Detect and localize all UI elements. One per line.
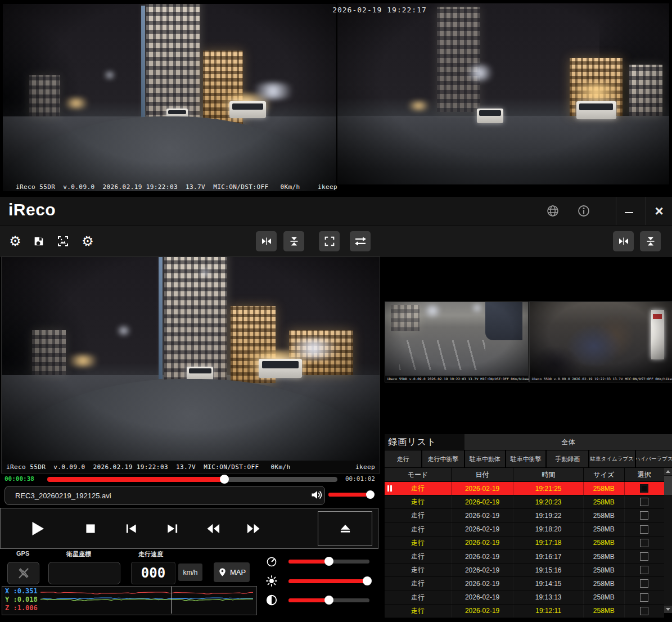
gsensor-lines [2, 587, 255, 614]
table-row[interactable]: 走行2026-02-1919:18:20258MB [385, 523, 664, 537]
gps-label: GPS [16, 550, 29, 557]
scroll-up-arrow[interactable] [664, 468, 672, 475]
table-body: 走行2026-02-1919:21:25258MB走行2026-02-1919:… [385, 482, 664, 618]
col-select[interactable]: 選択 [625, 468, 664, 481]
slider-thumb[interactable] [363, 576, 372, 585]
playback-speed-slider[interactable] [288, 560, 369, 564]
seek-bar[interactable] [47, 477, 337, 482]
col-size[interactable]: サイズ [584, 468, 624, 481]
gsensor-graph: X :0.351 Y :0.018 Z :1.006 [2, 586, 257, 615]
front-camera-frame [3, 4, 336, 191]
flip-horizontal-right-button[interactable] [613, 231, 634, 251]
video-osd-text: iReco 55DR v.0.09.0 2026.02.19 19:22:03 … [2, 461, 380, 473]
scope-tab-all[interactable]: 全体 [464, 434, 672, 450]
settings-gear-icon[interactable]: ⚙ [8, 234, 22, 249]
row-checkbox[interactable] [640, 566, 648, 574]
row-checkbox[interactable] [640, 607, 648, 615]
scroll-down-arrow[interactable] [664, 606, 672, 613]
total-time: 00:01:02 [345, 475, 375, 483]
map-button[interactable]: MAP [214, 562, 250, 582]
rewind-button[interactable] [201, 516, 225, 541]
volume-thumb[interactable] [366, 490, 375, 499]
fullscreen-button[interactable] [319, 231, 340, 251]
col-mode[interactable]: モード [385, 468, 452, 481]
titlebar-divider [616, 197, 616, 225]
eject-button[interactable] [318, 511, 372, 546]
tab-0[interactable]: 走行 [385, 450, 421, 467]
tab-2[interactable]: 駐車中動体 [465, 450, 505, 467]
close-button[interactable]: × [651, 203, 667, 219]
swap-view-button[interactable] [350, 231, 371, 251]
save-icon[interactable] [31, 234, 46, 249]
table-row[interactable]: 走行2026-02-1919:19:22258MB [385, 509, 664, 522]
satellite-coordinate-field[interactable] [48, 562, 120, 584]
table-row[interactable]: 走行2026-02-1919:21:25258MB [385, 482, 664, 495]
tab-4[interactable]: 手動録画 [547, 450, 588, 467]
table-row[interactable]: 走行2026-02-1919:16:17258MB [385, 550, 664, 564]
toolbar: ⚙ ⚙ [0, 225, 672, 257]
volume-fill [328, 493, 371, 497]
row-checkbox[interactable] [640, 511, 648, 520]
tab-3[interactable]: 駐車中衝撃 [506, 450, 545, 467]
contrast-slider[interactable] [288, 598, 369, 602]
brightness-slider[interactable] [288, 579, 369, 583]
playback-speed-icon [265, 556, 278, 568]
front-camera-video [2, 257, 380, 461]
recording-table: モード 日付 時間 サイズ 選択 走行2026-02-1919:21:25258… [385, 468, 664, 618]
speed-unit-button[interactable]: km/h [178, 564, 202, 581]
tab-6[interactable]: ハイパーラプス [636, 450, 672, 467]
table-row[interactable]: 走行2026-02-1919:15:16258MB [385, 564, 664, 577]
tab-5[interactable]: 駐車タイムラプス [589, 450, 635, 467]
titlebar-divider [646, 197, 646, 225]
row-checkbox[interactable] [640, 539, 648, 547]
slider-thumb[interactable] [324, 596, 333, 605]
slider-thumb[interactable] [324, 557, 333, 566]
flip-horizontal-button[interactable] [256, 231, 277, 251]
table-row[interactable]: 走行2026-02-1919:20:23258MB [385, 495, 664, 509]
row-checkbox[interactable] [640, 579, 648, 588]
second-camera-frame [337, 3, 669, 184]
main-video-panel: iReco 55DR v.0.09.0 2026.02.19 19:22:03 … [1, 256, 380, 474]
flip-vertical-button[interactable] [283, 231, 304, 251]
table-scrollbar[interactable] [664, 468, 672, 613]
flip-vertical-right-button[interactable] [640, 231, 661, 251]
fast-forward-button[interactable] [241, 516, 266, 541]
minimize-button[interactable] [621, 205, 637, 220]
stop-button[interactable] [78, 516, 103, 541]
table-row[interactable]: 走行2026-02-1919:17:18258MB [385, 537, 664, 550]
table-row[interactable]: 走行2026-02-1919:14:15258MB [385, 577, 664, 591]
language-globe-icon[interactable] [545, 203, 561, 219]
video-timestamp: 2026-02-19 19:22:17 [312, 6, 447, 14]
volume-slider[interactable] [328, 493, 372, 497]
play-button[interactable] [25, 516, 49, 541]
seek-thumb[interactable] [220, 475, 229, 484]
contrast-icon [265, 594, 278, 606]
row-checkbox[interactable] [640, 498, 648, 506]
row-checkbox[interactable] [640, 484, 648, 493]
tab-1[interactable]: 走行中衝撃 [422, 450, 463, 467]
row-checkbox[interactable] [640, 525, 648, 534]
info-icon[interactable] [576, 203, 592, 219]
screenshot-icon[interactable] [56, 234, 70, 249]
row-checkbox[interactable] [640, 593, 648, 602]
scrollbar-thumb[interactable] [664, 476, 672, 495]
transport-controls [0, 508, 378, 549]
col-time[interactable]: 時間 [513, 468, 584, 481]
volume-icon[interactable] [309, 488, 324, 502]
col-date[interactable]: 日付 [452, 468, 513, 481]
next-file-button[interactable] [160, 516, 185, 541]
interior-camera-thumbnail[interactable]: iReco 55DR v.0.09.0 2026.02.19 19:22:03 … [529, 301, 672, 382]
filename-field[interactable]: REC3_20260219_192125.avi [4, 486, 325, 505]
row-checkbox[interactable] [640, 552, 648, 561]
gear-sync-icon[interactable]: ⚙ [80, 234, 95, 249]
gps-status-button[interactable] [7, 562, 39, 584]
previous-file-button[interactable] [119, 516, 143, 541]
thumbnail-osd-text: iReco 55DR v.0.09.0 2026.02.19 19:22:03 … [530, 376, 672, 382]
rear-camera-thumbnail[interactable]: iReco 55DR v.0.09.0 2026.02.19 19:22:03 … [385, 301, 529, 382]
table-row[interactable]: 走行2026-02-1919:12:11258MB [385, 605, 664, 618]
table-row[interactable]: 走行2026-02-1919:13:13258MB [385, 591, 664, 605]
filename-text: REC3_20260219_192125.avi [15, 492, 111, 500]
titlebar: iReco × [0, 197, 672, 225]
pause-icon [387, 485, 392, 492]
gsensor-y: Y :0.018 [5, 596, 38, 603]
